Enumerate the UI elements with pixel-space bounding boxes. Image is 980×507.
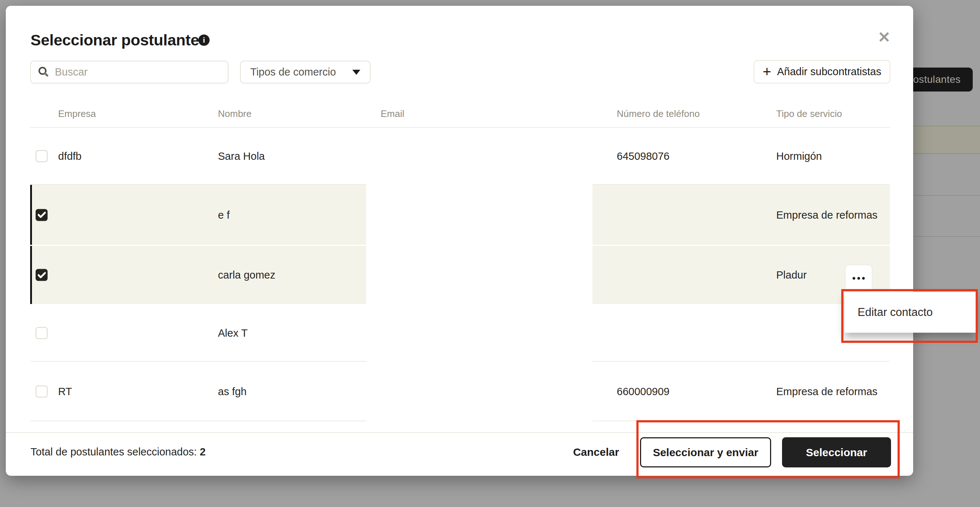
info-icon[interactable]: i xyxy=(198,35,210,46)
row-checkbox[interactable] xyxy=(36,386,48,398)
cell-servicio: Empresa de reformas xyxy=(776,209,878,221)
row-context-menu: Editar contacto xyxy=(845,292,976,333)
cell-nombre: as fgh xyxy=(218,386,247,398)
table-row[interactable]: Alex T xyxy=(6,304,913,362)
column-header-nombre: Nombre xyxy=(218,108,251,119)
cancel-button[interactable]: Cancelar xyxy=(565,437,627,467)
table-row[interactable]: carla gomez Pladur xyxy=(6,246,913,304)
cell-empresa: RT xyxy=(58,386,72,398)
check-icon xyxy=(38,272,46,278)
select-and-send-button[interactable]: Seleccionar y enviar xyxy=(640,437,771,467)
search-input[interactable] xyxy=(55,66,221,78)
cell-servicio: Hormigón xyxy=(776,150,822,162)
edit-contact-menu-item[interactable]: Editar contacto xyxy=(858,306,933,319)
select-applicants-modal: Seleccionar postulantes i ✕ Tipos de com… xyxy=(6,6,913,476)
row-checkbox[interactable] xyxy=(36,327,48,339)
selected-total: Total de postulantes seleccionados: 2 xyxy=(30,446,205,458)
search-input-container xyxy=(30,60,229,84)
row-checkbox[interactable] xyxy=(36,269,48,281)
column-header-telefono: Número de teléfono xyxy=(617,108,700,119)
row-checkbox[interactable] xyxy=(36,209,48,221)
cell-nombre: e f xyxy=(218,209,229,221)
column-header-servicio: Tipo de servicio xyxy=(776,108,842,119)
cell-telefono: 645098076 xyxy=(617,150,670,162)
background-partial-button[interactable]: ostulantes xyxy=(904,68,973,92)
cell-nombre: Alex T xyxy=(218,327,248,339)
column-header-email: Email xyxy=(381,108,404,119)
row-selected-border xyxy=(30,185,32,245)
footer-divider xyxy=(6,432,913,433)
cell-servicio: Empresa de reformas xyxy=(776,386,878,398)
row-divider xyxy=(30,421,366,421)
row-checkbox[interactable] xyxy=(36,150,48,162)
add-subcontractors-label: Añadir subcontratistas xyxy=(777,66,881,78)
background-row-divider xyxy=(913,195,980,196)
cell-servicio: Pladur xyxy=(776,269,807,281)
row-selected-border xyxy=(30,246,32,304)
background-partial-button-label: ostulantes xyxy=(913,74,961,85)
column-header-empresa: Empresa xyxy=(58,108,96,119)
selected-total-label: Total de postulantes seleccionados: xyxy=(30,446,200,458)
check-icon xyxy=(38,212,46,218)
table-row[interactable]: dfdfb Sara Hola 645098076 Hormigón xyxy=(6,127,913,185)
cell-nombre: carla gomez xyxy=(218,269,275,281)
row-highlight xyxy=(30,246,366,304)
modal-title: Seleccionar postulantes xyxy=(30,31,208,49)
trade-type-select[interactable]: Tipos de comercio xyxy=(240,60,371,84)
search-icon xyxy=(37,66,50,78)
select-button[interactable]: Seleccionar xyxy=(782,437,891,467)
table-row[interactable]: e f Empresa de reformas xyxy=(6,185,913,245)
add-subcontractors-button[interactable]: + Añadir subcontratistas xyxy=(754,60,890,84)
cell-nombre: Sara Hola xyxy=(218,150,265,162)
background-table-row-strip xyxy=(913,126,980,154)
screen: ostulantes Seleccionar postulantes i ✕ T… xyxy=(0,0,980,507)
row-actions-menu-button[interactable]: ••• xyxy=(845,264,872,292)
chevron-down-icon xyxy=(352,70,360,75)
cell-telefono: 660000909 xyxy=(617,386,670,398)
table-row[interactable]: RT as fgh 660000909 Empresa de reformas xyxy=(6,362,913,421)
selected-total-value: 2 xyxy=(200,446,205,458)
row-highlight xyxy=(30,185,366,245)
close-icon[interactable]: ✕ xyxy=(874,27,894,47)
cell-empresa: dfdfb xyxy=(58,150,82,162)
trade-type-select-value: Tipos de comercio xyxy=(250,66,352,78)
background-row-divider xyxy=(913,236,980,237)
row-divider xyxy=(592,421,890,421)
